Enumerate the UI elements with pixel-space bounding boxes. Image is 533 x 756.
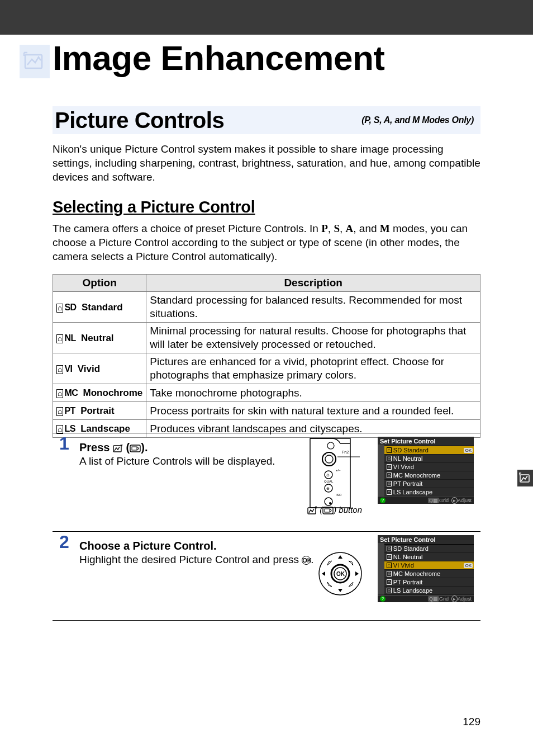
step-2-body: Highlight the desired Picture Control an… [79,552,320,566]
svg-text:⊕: ⊕ [326,486,330,490]
svg-rect-3 [132,447,137,450]
pc-button-icon [307,506,317,515]
pc-icon: ⌂ [56,407,63,416]
page-title: Image Enhancement [53,38,384,78]
table-header-option: Option [53,275,146,292]
menu-item: ⌂PT Portrait [384,578,474,587]
pc-framed-icon [130,445,141,452]
camera-back-illustration: Fn2 ⊖ +/− QUAL ⊕ ISO [310,438,365,511]
menu-item: ⌂PT Portrait [384,480,474,488]
svg-text:ISO: ISO [336,493,342,497]
table-row: ⌂MC Monochrome Take monochrome photograp… [53,384,480,402]
menu-item: ⌂SD StandardOK [384,446,474,455]
menu-footer: ? Q▦Grid ▸Adjust [378,497,474,504]
section-note: (P, S, A, and M Modes Only) [361,115,474,125]
menu-screenshot-step2: Set Picture Control ⌂SD Standard ⌂NL Neu… [378,535,474,602]
intro-paragraph: Nikon's unique Picture Control system ma… [53,142,480,184]
table-row: ⌂VI Vivid Pictures are enhanced for a vi… [53,353,480,384]
picture-control-icon [519,472,531,484]
svg-text:QUAL: QUAL [324,480,334,483]
svg-point-16 [325,498,332,505]
table-header-description: Description [146,275,480,292]
section-title: Picture Controls [55,108,224,133]
multi-selector-illustration: OK [315,549,365,599]
svg-text:+/−: +/− [336,469,341,472]
pc-icon: ⌂ [56,365,63,374]
pc-icon: ⌂ [56,304,63,313]
picture-control-table: Option Description ⌂SD Standard Standard… [53,274,480,438]
svg-text:OK: OK [336,571,345,577]
sub-intro-paragraph: The camera offers a choice of preset Pic… [53,221,480,263]
menu-footer: ? Q▦Grid ▸Adjust [378,595,474,602]
svg-point-17 [329,502,331,504]
menu-item: ⌂LS Landscape [384,488,474,497]
table-row: ⌂PT Portrait Process portraits for skin … [53,402,480,420]
side-tab [517,470,533,486]
top-bar [0,0,533,35]
menu-item: ⌂VI VividOK [384,561,474,570]
menu-item: ⌂NL Neutral [384,553,474,561]
pc-icon: ⌂ [56,389,63,398]
step-number: 1 [59,433,69,454]
section-heading-band: Picture Controls (P, S, A, and M Modes O… [53,106,480,134]
table-row: ⌂SD Standard Standard processing for bal… [53,292,480,323]
menu-sidebar-icons [378,445,384,496]
page-number: 129 [463,716,480,728]
pc-framed-icon [322,507,334,514]
menu-item: ⌂VI Vivid [384,463,474,471]
svg-point-6 [322,452,336,466]
svg-point-7 [325,455,333,463]
menu-item: ⌂LS Landscape [384,587,474,595]
step-number: 2 [59,532,69,552]
menu-title: Set Picture Control [378,437,474,446]
menu-item: ⌂MC Monochrome [384,471,474,480]
picture-control-icon [23,49,46,73]
step-1: 1 Press (). A list of Picture Controls w… [53,433,480,468]
svg-text:Fn2: Fn2 [342,450,349,454]
svg-point-5 [327,442,334,449]
button-caption: () button [307,505,363,515]
svg-text:⊖: ⊖ [326,473,330,477]
menu-item: ⌂NL Neutral [384,455,474,463]
pc-button-icon [113,444,123,453]
step-2: 2 Choose a Picture Control. Highlight th… [53,531,480,621]
menu-sidebar-icons [378,543,384,594]
ok-button-icon: OK [302,556,311,565]
menu-title: Set Picture Control [378,535,474,545]
menu-item: ⌂MC Monochrome [384,570,474,578]
chapter-tab [20,45,50,78]
menu-screenshot-step1: Set Picture Control ⌂SD StandardOK ⌂NL N… [378,437,474,504]
pc-icon: ⌂ [56,334,63,343]
table-row: ⌂NL Neutral Minimal processing for natur… [53,323,480,353]
svg-rect-21 [325,509,330,512]
step-1-body: A list of Picture Controls will be displ… [79,454,320,468]
menu-item: ⌂SD Standard [384,545,474,553]
sub-heading: Selecting a Picture Control [53,198,255,216]
